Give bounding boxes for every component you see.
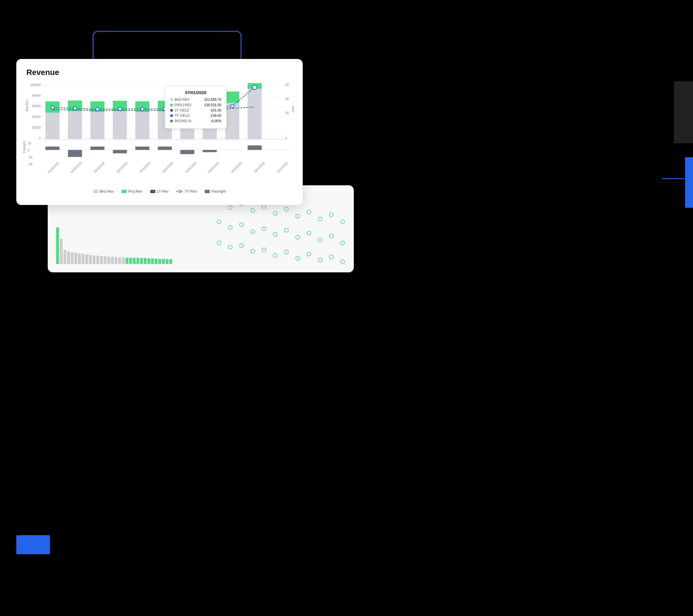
chart-tooltip: 07/01/2020 BKD REV £22,655.70 PROJ REV £… xyxy=(165,86,226,128)
pacing-label-neg25: -25 xyxy=(28,163,32,166)
mini-bar xyxy=(111,257,114,264)
svg-point-5 xyxy=(273,212,277,215)
pacing-label-20: 20 xyxy=(28,141,31,145)
svg-point-18 xyxy=(284,228,289,232)
ly-yield-label-tooltip: LY YIELD xyxy=(175,108,189,112)
svg-point-6 xyxy=(284,207,289,211)
svg-point-26 xyxy=(239,244,243,247)
pacing-bar-1 xyxy=(45,146,60,150)
blue-right-bar xyxy=(685,157,693,208)
legend-label-ty: TY Rev xyxy=(185,189,197,194)
y-label-20000: 20000 xyxy=(32,126,41,129)
bkd-indicator xyxy=(170,98,173,101)
svg-point-27 xyxy=(251,249,255,253)
svg-point-8 xyxy=(307,210,311,214)
ty-line-icon xyxy=(176,190,183,194)
svg-point-9 xyxy=(318,217,322,221)
pacing-bar-10 xyxy=(248,145,262,150)
bkd-rev-label-tooltip: BKD REV xyxy=(175,98,190,102)
bkd-bar-5 xyxy=(135,112,150,139)
mini-bar xyxy=(96,256,99,264)
tooltip-value-bkd: £22,655.70 xyxy=(204,98,221,102)
y-label-60000: 60000 xyxy=(32,104,41,108)
mini-bar xyxy=(118,257,121,264)
ty-circle-4 xyxy=(118,107,122,111)
pacing-section: 20 5 -10 -25 Pacing% xyxy=(43,141,290,174)
svg-point-34 xyxy=(329,255,333,259)
legend-label-ly: LY Rev xyxy=(157,189,169,194)
tooltip-row-ly: LY YIELD £41.00 xyxy=(170,108,221,112)
bkd-bar-10 xyxy=(248,89,262,139)
chart-legend: Bkd Rev Proj Rev LY Rev TY Rev Pacing% xyxy=(26,189,293,194)
legend-swatch-bkd xyxy=(93,190,98,193)
mini-bar-chart xyxy=(56,225,172,264)
bkd-rev-label: Bkd Rev xyxy=(25,100,28,112)
svg-point-33 xyxy=(318,258,322,262)
mini-bar xyxy=(122,257,125,264)
legend-ly-rev: LY Rev xyxy=(150,189,169,194)
svg-point-45 xyxy=(179,190,181,193)
svg-point-1 xyxy=(228,206,232,210)
bkd-bar-1 xyxy=(45,113,60,139)
tooltip-label-ly: LY YIELD xyxy=(170,108,189,112)
mini-bar xyxy=(144,258,146,264)
bkd-bar-4 xyxy=(113,111,127,139)
svg-point-31 xyxy=(296,256,300,260)
tooltip-value-ly: £41.00 xyxy=(211,108,221,112)
mini-bar xyxy=(74,253,77,264)
svg-point-29 xyxy=(273,254,277,257)
svg-point-12 xyxy=(217,220,221,224)
pacing-bar-6 xyxy=(158,146,172,150)
tooltip-value-proj: £30,531.00 xyxy=(204,103,221,107)
mini-bar xyxy=(93,256,96,264)
mini-bar xyxy=(100,256,103,264)
mini-bar xyxy=(107,257,110,264)
svg-point-17 xyxy=(273,233,277,236)
pacing-bar-5 xyxy=(135,146,150,150)
legend-swatch-pacing xyxy=(205,190,210,193)
mini-bar xyxy=(125,258,128,264)
mini-bar xyxy=(67,251,70,264)
mini-bar xyxy=(129,258,132,264)
svg-point-28 xyxy=(262,248,266,252)
mini-bar xyxy=(162,259,165,264)
mini-bar xyxy=(151,258,154,264)
tooltip-date: 07/01/2020 xyxy=(170,90,221,95)
tooltip-label-pacing: PACING % xyxy=(170,119,191,123)
pacing-bar-2 xyxy=(68,150,82,157)
mini-bar xyxy=(158,259,161,264)
svg-point-23 xyxy=(341,241,344,245)
blue-bottom-left xyxy=(16,535,50,554)
mini-bar xyxy=(166,259,169,264)
tooltip-row-pacing: PACING % -6.00% xyxy=(170,119,221,123)
y-label-40000: 40000 xyxy=(32,115,41,118)
mini-bar xyxy=(137,258,139,264)
pacing-bar-8 xyxy=(203,150,217,152)
ty-circle-2 xyxy=(73,107,77,110)
mini-bar xyxy=(89,255,92,264)
proj-rev-label-tooltip: PROJ REV xyxy=(175,103,192,107)
pacing-y-label: Pacing% xyxy=(22,141,26,153)
tooltip-value-ty: £36.00 xyxy=(211,114,221,118)
legend-ty-line-icon xyxy=(176,190,183,194)
pacing-indicator xyxy=(170,120,173,122)
pacing-bar-4 xyxy=(113,150,127,153)
mini-bar xyxy=(82,254,84,264)
pacing-label-tooltip: PACING % xyxy=(175,119,191,123)
mini-bar xyxy=(60,239,63,264)
mini-bar xyxy=(140,258,143,264)
legend-swatch-ly xyxy=(150,190,155,193)
legend-bkd-rev: Bkd Rev xyxy=(93,189,114,194)
svg-point-4 xyxy=(262,204,266,208)
tooltip-label-proj: PROJ REV xyxy=(170,103,192,107)
svg-point-14 xyxy=(239,223,243,226)
legend-ty-rev: TY Rev xyxy=(176,189,197,194)
pacing-label-neg10: -10 xyxy=(28,156,32,159)
svg-point-24 xyxy=(217,241,221,245)
mini-bar xyxy=(56,227,59,264)
pacing-label-5: 5 xyxy=(28,148,29,152)
bkd-bar-2 xyxy=(68,111,82,139)
chart-area: 100000 80000 60000 40000 20000 0 Bkd Rev… xyxy=(26,80,293,187)
ty-yield-label-tooltip: TY YIELD xyxy=(175,114,190,118)
svg-point-19 xyxy=(296,235,300,239)
